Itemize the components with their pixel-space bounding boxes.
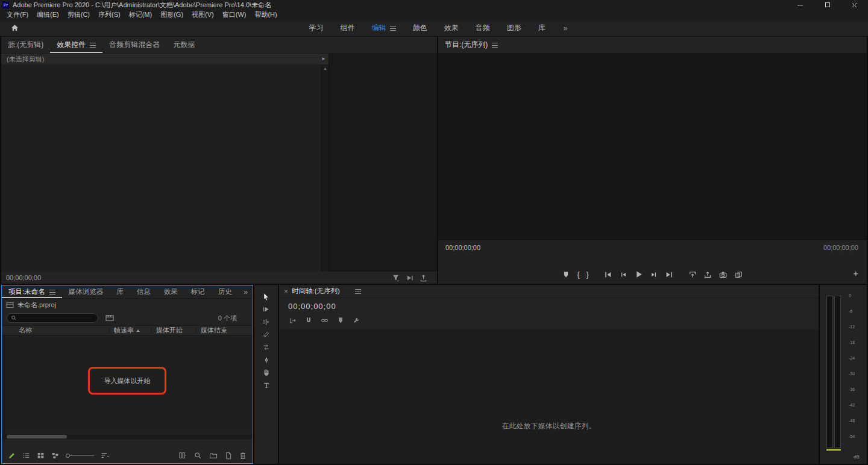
list-view-icon[interactable] <box>22 452 30 459</box>
workspace-tab-audio[interactable]: 音频 <box>467 20 498 36</box>
hand-tool[interactable] <box>262 368 271 377</box>
go-to-in-icon[interactable] <box>604 270 612 279</box>
project-search-box[interactable] <box>7 313 98 323</box>
workspace-tab-libraries[interactable]: 库 <box>530 20 554 36</box>
zoom-slider[interactable] <box>66 454 94 458</box>
column-media-start[interactable]: 媒体开始 <box>156 326 183 335</box>
menu-help[interactable]: 帮助(H) <box>250 10 281 20</box>
filter-markers-icon[interactable] <box>392 274 400 282</box>
play-icon[interactable] <box>634 270 643 279</box>
new-item-icon[interactable] <box>225 452 232 460</box>
tab-info[interactable]: 信息 <box>130 286 157 298</box>
go-to-out-icon[interactable] <box>665 270 673 279</box>
extract-icon[interactable] <box>703 270 712 279</box>
lift-icon[interactable] <box>688 270 697 279</box>
automate-to-sequence-icon[interactable] <box>178 452 187 459</box>
menu-edit[interactable]: 编辑(E) <box>33 10 63 20</box>
add-marker-icon[interactable] <box>562 270 570 279</box>
project-tabs-overflow-chevrons[interactable]: » <box>244 288 253 296</box>
razor-tool[interactable] <box>262 330 271 339</box>
workspace-tab-effects[interactable]: 效果 <box>436 20 467 36</box>
sort-icon[interactable] <box>101 452 110 459</box>
scrollbar-thumb[interactable] <box>7 435 67 438</box>
find-icon[interactable] <box>194 452 202 460</box>
slip-tool[interactable] <box>262 343 271 352</box>
tab-timeline[interactable]: 时间轴:(无序列) <box>291 285 368 298</box>
menu-markers[interactable]: 标记(M) <box>125 10 157 20</box>
workspace-overflow-chevrons[interactable]: » <box>564 24 568 33</box>
writable-pencil-icon[interactable] <box>8 452 16 460</box>
pen-tool[interactable] <box>262 355 271 364</box>
linked-selection-icon[interactable] <box>321 317 329 324</box>
timeline-settings-wrench-icon[interactable] <box>353 317 360 324</box>
track-select-forward-tool[interactable] <box>262 305 271 314</box>
tab-history[interactable]: 历史 <box>212 286 239 298</box>
mark-out-icon[interactable]: } <box>587 270 589 278</box>
workspace-menu-icon[interactable] <box>390 26 396 31</box>
add-marker-icon[interactable] <box>337 317 344 324</box>
menu-file[interactable]: 文件(F) <box>2 10 33 20</box>
import-media-prompt[interactable]: 导入媒体以开始 <box>104 376 151 385</box>
column-frame-rate[interactable]: 帧速率 <box>114 326 140 335</box>
workspace-tab-graphics[interactable]: 图形 <box>498 20 530 36</box>
menu-sequence[interactable]: 序列(S) <box>94 10 125 20</box>
snap-icon[interactable] <box>305 317 312 324</box>
tab-effect-controls[interactable]: 效果控件 <box>50 37 102 53</box>
mark-in-icon[interactable]: { <box>577 270 579 278</box>
search-input[interactable] <box>19 315 94 322</box>
ripple-edit-tool[interactable] <box>262 317 271 326</box>
nest-insert-icon[interactable] <box>289 317 297 324</box>
timeline-timecode[interactable]: 00;00;00;00 <box>288 302 336 311</box>
type-tool[interactable] <box>262 381 271 390</box>
column-media-end[interactable]: 媒体结束 <box>201 326 227 335</box>
source-timecode[interactable]: 00;00;00;00 <box>6 274 41 281</box>
close-button[interactable] <box>841 0 868 10</box>
tab-effects[interactable]: 效果 <box>157 286 184 298</box>
project-horizontal-scrollbar[interactable] <box>2 434 253 439</box>
ripple-edit-icon <box>262 318 270 326</box>
step-back-icon[interactable] <box>619 270 627 279</box>
tab-libraries[interactable]: 库 <box>110 286 130 298</box>
panel-menu-icon[interactable] <box>492 43 498 48</box>
new-bin-icon[interactable] <box>209 452 218 459</box>
effect-controls-vertical-scrollbar[interactable]: ▲ <box>321 64 329 272</box>
expand-arrow-icon[interactable]: ► <box>321 54 326 64</box>
menu-view[interactable]: 视图(V) <box>187 10 218 20</box>
comparison-view-icon[interactable] <box>734 270 743 279</box>
selection-tool[interactable] <box>262 292 271 301</box>
maximize-button[interactable] <box>814 0 841 10</box>
panel-menu-icon[interactable] <box>355 289 361 294</box>
play-in-to-out-icon[interactable] <box>406 274 414 282</box>
step-forward-icon[interactable] <box>650 270 658 279</box>
workspace-tab-learning[interactable]: 学习 <box>301 20 332 36</box>
button-editor-icon[interactable]: + <box>853 269 858 278</box>
tab-project[interactable]: 项目:未命名 <box>2 286 62 298</box>
icon-view-icon[interactable] <box>37 452 45 459</box>
zoom-knob[interactable] <box>66 454 70 458</box>
tab-metadata[interactable]: 元数据 <box>166 37 201 53</box>
menu-window[interactable]: 窗口(W) <box>218 10 251 20</box>
workspace-tab-assembly[interactable]: 组件 <box>332 20 363 36</box>
panel-menu-icon[interactable] <box>49 290 55 295</box>
menu-graphics[interactable]: 图形(G) <box>156 10 187 20</box>
column-name[interactable]: 名称 <box>19 326 32 335</box>
timeline-track-area[interactable]: 在此处放下媒体以创建序列。 <box>279 329 819 464</box>
freeform-view-icon[interactable] <box>51 452 59 459</box>
scroll-up-icon[interactable]: ▲ <box>322 64 329 70</box>
tab-media-browser[interactable]: 媒体浏览器 <box>62 286 110 298</box>
tab-program-monitor[interactable]: 节目:(无序列) <box>438 37 505 53</box>
export-frame-icon[interactable] <box>719 270 728 279</box>
tab-source-monitor[interactable]: 源:(无剪辑) <box>1 37 50 53</box>
workspace-tab-editing[interactable]: 编辑 <box>363 20 404 36</box>
tab-markers[interactable]: 标记 <box>184 286 212 298</box>
menu-clip[interactable]: 剪辑(C) <box>63 10 94 20</box>
close-panel-icon[interactable]: × <box>279 287 291 296</box>
program-current-timecode[interactable]: 00;00;00;00 <box>445 244 480 251</box>
search-bin-icon[interactable] <box>105 314 114 322</box>
export-icon[interactable] <box>420 274 427 282</box>
delete-icon[interactable] <box>239 452 247 460</box>
tab-audio-clip-mixer[interactable]: 音频剪辑混合器 <box>102 37 166 53</box>
workspace-tab-color[interactable]: 颜色 <box>404 20 436 36</box>
minimize-button[interactable] <box>787 0 814 10</box>
panel-menu-icon[interactable] <box>90 43 96 48</box>
